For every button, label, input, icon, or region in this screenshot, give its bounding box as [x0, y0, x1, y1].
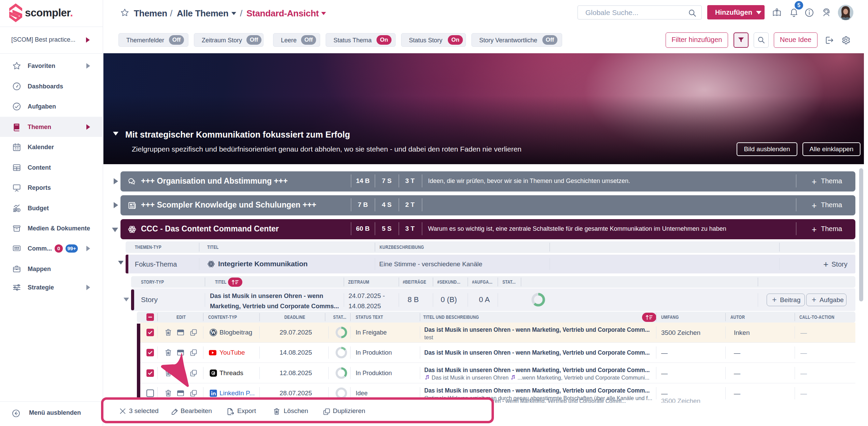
svg-text:W: W — [211, 329, 216, 335]
